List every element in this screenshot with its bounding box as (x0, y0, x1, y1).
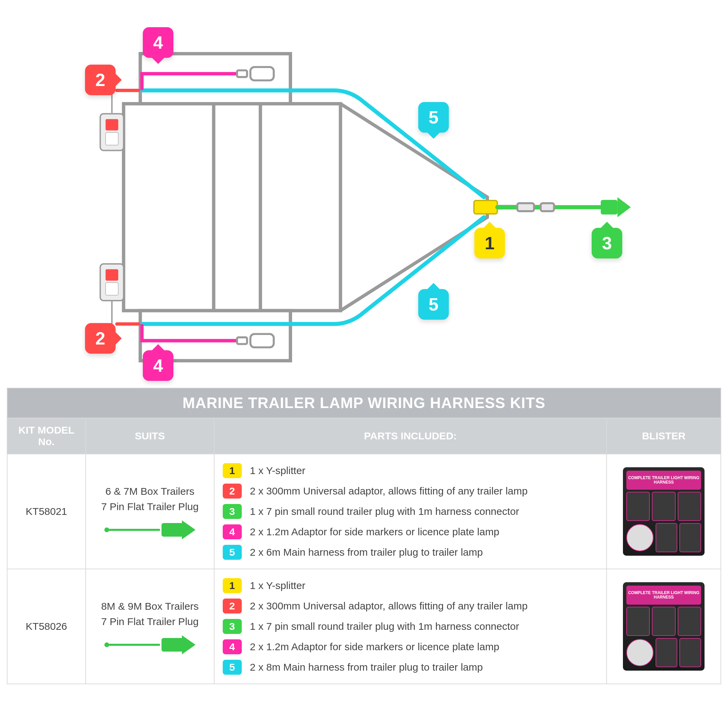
callout-5-label: 5 (429, 107, 439, 127)
part-text: 1 x 7 pin small round trailer plug with … (250, 620, 519, 632)
part-tag-3: 3 (223, 619, 242, 634)
callout-5-bottom: 5 (418, 289, 449, 320)
callout-4-label: 4 (153, 32, 163, 53)
cell-blister: COMPLETE TRAILER LIGHT WIRING HARNESS (607, 454, 721, 569)
callout-5-label: 5 (429, 294, 439, 315)
part-text: 2 x 300mm Universal adaptor, allows fitt… (250, 600, 528, 612)
callout-4-bottom: 4 (143, 350, 173, 381)
flat-plug-icon (106, 635, 194, 654)
svg-rect-13 (106, 119, 118, 130)
part-tag-1: 1 (223, 578, 242, 593)
part-tag-5: 5 (223, 545, 242, 560)
part-text: 2 x 1.2m Adaptor for side markers or lic… (250, 526, 500, 538)
trailer-wiring-diagram: 1 2 2 3 4 4 5 5 (7, 7, 721, 381)
svg-rect-17 (106, 270, 118, 280)
part-item: 11 x Y-splitter (223, 575, 598, 596)
callout-4-label: 4 (153, 355, 163, 376)
part-item: 22 x 300mm Universal adaptor, allows fit… (223, 596, 598, 616)
part-text: 2 x 1.2m Adaptor for side markers or lic… (250, 641, 500, 653)
part-item: 52 x 6m Main harness from trailer plug t… (223, 542, 598, 562)
cell-parts: 11 x Y-splitter22 x 300mm Universal adap… (214, 454, 607, 569)
cell-model: KT58026 (7, 569, 86, 684)
suits-text: 6 & 7M Box Trailers7 Pin Flat Trailer Pl… (94, 484, 206, 514)
callout-2-bottom: 2 (85, 323, 116, 354)
cell-suits: 8M & 9M Box Trailers7 Pin Flat Trailer P… (86, 569, 214, 684)
suits-text: 8M & 9M Box Trailers7 Pin Flat Trailer P… (94, 599, 206, 629)
callout-4-top: 4 (143, 27, 173, 58)
part-text: 1 x Y-splitter (250, 465, 305, 476)
blister-pack-icon: COMPLETE TRAILER LIGHT WIRING HARNESS (623, 467, 705, 556)
part-tag-2: 2 (223, 599, 242, 614)
svg-rect-6 (250, 67, 274, 80)
part-tag-2: 2 (223, 484, 242, 499)
part-tag-4: 4 (223, 639, 242, 654)
part-tag-5: 5 (223, 660, 242, 675)
hdr-model: KIT MODEL No. (7, 418, 86, 454)
part-item: 31 x 7 pin small round trailer plug with… (223, 616, 598, 637)
svg-rect-14 (106, 132, 118, 145)
part-item: 42 x 1.2m Adaptor for side markers or li… (223, 637, 598, 657)
blister-pack-icon: COMPLETE TRAILER LIGHT WIRING HARNESS (623, 582, 705, 671)
part-text: 2 x 300mm Universal adaptor, allows fitt… (250, 485, 528, 497)
svg-rect-22 (601, 200, 618, 214)
callout-1-label: 1 (485, 233, 495, 253)
part-text: 1 x 7 pin small round trailer plug with … (250, 506, 519, 517)
part-item: 42 x 1.2m Adaptor for side markers or li… (223, 522, 598, 542)
table-row: KT580216 & 7M Box Trailers7 Pin Flat Tra… (7, 454, 721, 569)
svg-marker-23 (618, 197, 631, 217)
callout-2-top: 2 (85, 64, 116, 95)
part-text: 2 x 6m Main harness from trailer plug to… (250, 547, 483, 558)
part-item: 52 x 8m Main harness from trailer plug t… (223, 657, 598, 677)
hdr-blister: BLISTER (607, 418, 721, 454)
hdr-suits: SUITS (86, 418, 214, 454)
svg-rect-8 (237, 70, 247, 77)
callout-3: 3 (592, 228, 622, 259)
cell-parts: 11 x Y-splitter22 x 300mm Universal adap… (214, 569, 607, 684)
part-tag-3: 3 (223, 504, 242, 519)
svg-rect-9 (237, 337, 247, 344)
svg-rect-18 (106, 283, 118, 295)
callout-3-label: 3 (602, 233, 612, 253)
part-text: 2 x 8m Main harness from trailer plug to… (250, 662, 483, 673)
svg-rect-25 (541, 203, 554, 211)
cell-blister: COMPLETE TRAILER LIGHT WIRING HARNESS (607, 569, 721, 684)
callout-1: 1 (474, 228, 505, 259)
svg-rect-0 (124, 104, 340, 311)
spec-table: MARINE TRAILER LAMP WIRING HARNESS KITS … (7, 388, 721, 684)
part-item: 22 x 300mm Universal adaptor, allows fit… (223, 481, 598, 501)
svg-rect-24 (517, 203, 534, 211)
svg-rect-20 (474, 201, 497, 214)
part-tag-1: 1 (223, 463, 242, 478)
part-item: 11 x Y-splitter (223, 461, 598, 481)
callout-2-label: 2 (96, 70, 106, 90)
part-tag-4: 4 (223, 524, 242, 539)
callout-5-top: 5 (418, 102, 449, 133)
table-title: MARINE TRAILER LAMP WIRING HARNESS KITS (7, 388, 721, 418)
flat-plug-icon (106, 520, 194, 539)
part-item: 31 x 7 pin small round trailer plug with… (223, 501, 598, 522)
svg-rect-7 (250, 334, 274, 347)
callout-2-label: 2 (96, 328, 106, 349)
cell-suits: 6 & 7M Box Trailers7 Pin Flat Trailer Pl… (86, 454, 214, 569)
table-row: KT580268M & 9M Box Trailers7 Pin Flat Tr… (7, 569, 721, 684)
hdr-parts: PARTS INCLUDED: (214, 418, 607, 454)
part-text: 1 x Y-splitter (250, 580, 305, 591)
cell-model: KT58021 (7, 454, 86, 569)
